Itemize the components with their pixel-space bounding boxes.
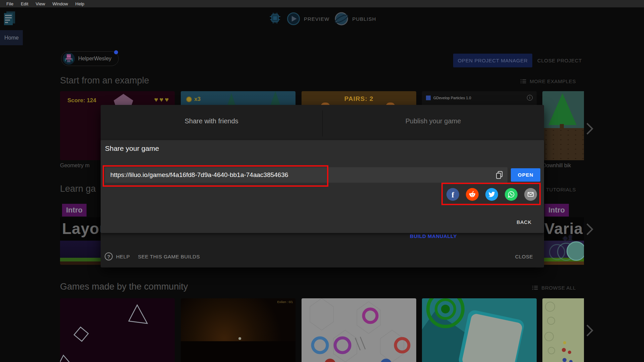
menu-view[interactable]: View bbox=[32, 1, 49, 6]
reddit-share-icon[interactable] bbox=[466, 188, 479, 201]
username: HelperWesley bbox=[78, 56, 111, 62]
blue-dot bbox=[562, 358, 567, 362]
whatsapp-share-icon[interactable] bbox=[505, 188, 518, 201]
night-character bbox=[238, 337, 241, 340]
share-dialog: Share with friends Publish your game Sha… bbox=[101, 105, 544, 267]
copy-icon[interactable] bbox=[495, 170, 504, 180]
facebook-share-icon[interactable]: f bbox=[446, 188, 459, 201]
list-icon bbox=[532, 285, 538, 291]
social-share-row: f bbox=[446, 188, 537, 201]
section-title-examples: Start from an example bbox=[60, 75, 149, 86]
play-icon bbox=[286, 12, 301, 26]
community-card-hex[interactable] bbox=[302, 298, 416, 362]
build-manually-link[interactable]: BUILD MANUALLY bbox=[400, 233, 467, 239]
example-card-downhill[interactable]: G bbox=[542, 91, 584, 160]
project-manager-icon[interactable] bbox=[3, 11, 16, 29]
coin-count: x3 bbox=[194, 96, 201, 103]
particles-logo bbox=[426, 96, 431, 100]
tutorials-link[interactable]: TUTORIALS bbox=[546, 187, 576, 192]
score-text: Score: 124 bbox=[67, 97, 96, 104]
toolbar: PREVIEW PUBLISH bbox=[268, 11, 376, 26]
caption-geometry-monster: Geometry m bbox=[60, 163, 90, 169]
tree-trunk bbox=[560, 124, 564, 129]
preview-button[interactable]: PREVIEW bbox=[286, 12, 329, 26]
avatar bbox=[63, 53, 75, 65]
learn-next-chevron[interactable] bbox=[586, 223, 594, 236]
browse-all-label: BROWSE ALL bbox=[541, 285, 576, 291]
globe-icon bbox=[334, 11, 349, 26]
help-icon[interactable]: ? bbox=[105, 252, 113, 260]
community-card-glitch[interactable] bbox=[60, 298, 175, 362]
share-panel-title: Share your game bbox=[105, 144, 159, 153]
menu-edit[interactable]: Edit bbox=[17, 1, 32, 6]
tab-share-with-friends[interactable]: Share with friends bbox=[101, 105, 322, 137]
red-dot bbox=[568, 351, 571, 354]
user-chip[interactable]: HelperWesley bbox=[61, 51, 119, 66]
night-hud-text: Exilien : 0/1 bbox=[277, 300, 293, 304]
community-next-chevron[interactable] bbox=[586, 324, 594, 337]
game-url-input[interactable] bbox=[110, 167, 489, 183]
open-project-manager-button[interactable]: OPEN PROJECT MANAGER bbox=[453, 54, 532, 67]
twitter-share-icon[interactable] bbox=[485, 188, 498, 201]
info-icon[interactable]: i bbox=[527, 95, 533, 101]
dirt-ground bbox=[542, 128, 584, 160]
publish-button[interactable]: PUBLISH bbox=[334, 11, 376, 26]
ghost-character bbox=[567, 241, 584, 261]
menu-file[interactable]: File bbox=[3, 1, 17, 6]
tab-home[interactable]: Home bbox=[0, 30, 23, 45]
close-dialog-button[interactable]: CLOSE bbox=[515, 254, 533, 259]
more-examples-label: MORE EXAMPLES bbox=[530, 78, 576, 84]
pairs-title: PAIRS: 2 bbox=[302, 95, 416, 103]
community-card-green[interactable] bbox=[542, 298, 584, 362]
help-link[interactable]: HELP bbox=[116, 254, 130, 259]
gdevelop-window: File Edit View Window Help bbox=[0, 0, 644, 362]
menu-window[interactable]: Window bbox=[49, 1, 71, 6]
examples-next-chevron[interactable] bbox=[586, 122, 594, 135]
tab-publish-your-game[interactable]: Publish your game bbox=[322, 105, 544, 137]
learn-card-variables[interactable]: +1 Intro Variab bbox=[542, 201, 584, 265]
tab-divider bbox=[322, 110, 323, 136]
blue-dot bbox=[569, 360, 573, 362]
yellow-dot bbox=[563, 341, 566, 344]
open-url-button[interactable]: OPEN bbox=[511, 168, 540, 182]
hearts: ♥♥♥ bbox=[154, 96, 170, 104]
notification-dot bbox=[114, 50, 118, 54]
menu-help[interactable]: Help bbox=[72, 1, 88, 6]
more-examples-link[interactable]: MORE EXAMPLES bbox=[520, 78, 576, 84]
preview-label: PREVIEW bbox=[304, 16, 329, 22]
dialog-footer: ? HELP SEE THIS GAME BUILDS CLOSE bbox=[105, 251, 540, 261]
pine-tree bbox=[548, 93, 577, 125]
red-dot bbox=[562, 348, 566, 352]
publish-label: PUBLISH bbox=[352, 16, 376, 22]
intro-badge: Intro bbox=[544, 204, 569, 217]
intro-badge: Intro bbox=[62, 204, 87, 217]
community-card-night[interactable]: Exilien : 0/1 bbox=[181, 298, 296, 362]
tutorials-label: TUTORIALS bbox=[546, 187, 576, 192]
section-title-learn: Learn ga bbox=[60, 184, 96, 194]
plus-one-label: +1 bbox=[562, 233, 573, 244]
share-panel: Share your game OPEN f bbox=[101, 140, 544, 233]
debug-icon[interactable] bbox=[268, 11, 282, 26]
community-card-teal[interactable] bbox=[422, 298, 537, 362]
game-url-field[interactable] bbox=[105, 167, 507, 183]
coin-icon bbox=[186, 97, 192, 102]
section-title-community: Games made by the community bbox=[60, 282, 188, 292]
menu-bar: File Edit View Window Help bbox=[0, 0, 644, 7]
community-row: Exilien : 0/1 bbox=[60, 298, 584, 362]
caption-downhill: Downhill bik bbox=[542, 163, 571, 169]
particles-title: GDevelop Particles 1.0 bbox=[433, 96, 471, 100]
facebook-glyph: f bbox=[451, 191, 454, 199]
close-project-button[interactable]: CLOSE PROJECT bbox=[537, 58, 582, 63]
browse-all-link[interactable]: BROWSE ALL bbox=[532, 285, 576, 291]
back-button[interactable]: BACK bbox=[517, 219, 532, 225]
see-builds-link[interactable]: SEE THIS GAME BUILDS bbox=[138, 254, 200, 259]
list-icon bbox=[520, 78, 527, 84]
email-share-icon[interactable] bbox=[524, 188, 537, 201]
